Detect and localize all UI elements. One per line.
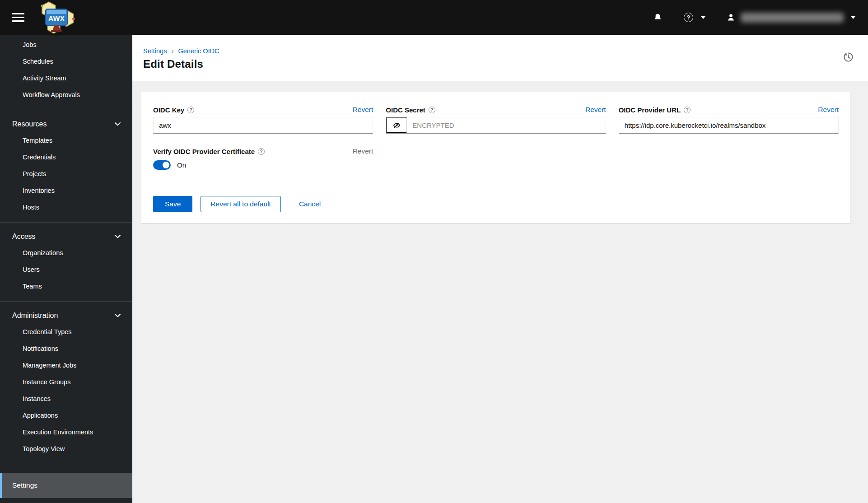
save-button[interactable]: Save <box>153 196 192 212</box>
nav-group-header-access[interactable]: Access <box>0 228 132 245</box>
awx-logo-text: AWX <box>48 15 65 23</box>
field-oidc-secret: OIDC Secret ? Revert <box>386 105 606 134</box>
notifications-button[interactable] <box>653 13 663 22</box>
oidc-provider-url-input[interactable] <box>619 117 839 134</box>
question-circle-icon[interactable]: ? <box>187 107 194 113</box>
sidebar-item-topology-view[interactable]: Topology View <box>0 441 132 457</box>
page-header: Settings › Generic OIDC Edit Details <box>132 35 868 81</box>
user-dropdown-toggle[interactable] <box>851 16 855 19</box>
username-redacted <box>741 13 844 23</box>
sidebar-item-organizations[interactable]: Organizations <box>0 245 132 261</box>
sidebar-item-execution-environments[interactable]: Execution Environments <box>0 424 132 441</box>
nav-toggle-button[interactable] <box>12 13 24 22</box>
hamburger-menu-icon <box>12 20 24 22</box>
question-circle-icon[interactable]: ? <box>429 107 435 113</box>
topbar: AWX ? <box>0 0 868 35</box>
question-circle-icon[interactable]: ? <box>258 148 265 155</box>
question-circle-icon[interactable]: ? <box>684 107 691 113</box>
chevron-down-icon <box>115 314 121 317</box>
sidebar-item-activity-stream[interactable]: Activity Stream <box>0 70 132 87</box>
sidebar-item-instances[interactable]: Instances <box>0 391 132 407</box>
settings-form: OIDC Key ? Revert OIDC Secret <box>153 105 839 170</box>
sidebar-item-schedules[interactable]: Schedules <box>0 53 132 70</box>
revert-all-to-default-button[interactable]: Revert all to default <box>201 196 281 212</box>
caret-down-icon <box>851 16 855 19</box>
oidc-secret-input-group <box>386 117 606 134</box>
help-button[interactable]: ? <box>684 13 693 22</box>
chevron-down-icon <box>115 235 121 238</box>
revert-certificate-button[interactable]: Revert <box>353 147 373 155</box>
nav-group-access: AccessOrganizationsUsersTeams <box>0 222 132 301</box>
revert-oidc-key-button[interactable]: Revert <box>353 106 373 114</box>
sidebar-item-settings[interactable]: Settings <box>0 473 132 498</box>
field-oidc-key: OIDC Key ? Revert <box>153 105 373 134</box>
sidebar-nav: JobsSchedulesActivity StreamWorkflow App… <box>0 35 132 503</box>
history-icon <box>842 51 854 63</box>
field-label: OIDC Provider URL ? <box>619 106 691 114</box>
nav-group-header-resources[interactable]: Resources <box>0 116 132 132</box>
certificate-toggle-row: On <box>153 160 373 170</box>
awx-logo-icon: AWX <box>34 0 77 34</box>
edit-details-card: OIDC Key ? Revert OIDC Secret <box>141 92 850 223</box>
main-layout: JobsSchedulesActivity StreamWorkflow App… <box>0 35 868 503</box>
nav-group-label: Resources <box>12 119 47 129</box>
sidebar-item-management-jobs[interactable]: Management Jobs <box>0 357 132 374</box>
breadcrumb-link-generic-oidc[interactable]: Generic OIDC <box>178 47 219 55</box>
cancel-button[interactable]: Cancel <box>294 196 325 212</box>
field-verify-oidc-provider-certificate: Verify OIDC Provider Certificate ? Rever… <box>153 147 373 170</box>
sidebar-item-workflow-approvals[interactable]: Workflow Approvals <box>0 87 132 103</box>
bell-icon <box>653 13 663 22</box>
revert-oidc-secret-button[interactable]: Revert <box>585 106 606 114</box>
sidebar-item-users[interactable]: Users <box>0 261 132 278</box>
caret-down-icon <box>701 16 705 19</box>
question-circle-icon: ? <box>684 13 693 22</box>
hamburger-menu-icon <box>12 17 24 19</box>
nav-group-header-administration[interactable]: Administration <box>0 307 132 324</box>
user-menu <box>726 13 855 23</box>
nav-group: JobsSchedulesActivity StreamWorkflow App… <box>0 35 132 110</box>
nav-group-resources: ResourcesTemplatesCredentialsProjectsInv… <box>0 110 132 222</box>
awx-app: AWX ? <box>0 0 868 503</box>
eye-slash-icon <box>392 121 401 130</box>
sidebar-item-credential-types[interactable]: Credential Types <box>0 324 132 340</box>
topbar-actions: ? <box>653 13 855 23</box>
revert-oidc-provider-url-button[interactable]: Revert <box>818 106 839 114</box>
sidebar-item-inventories[interactable]: Inventories <box>0 182 132 199</box>
help-dropdown-toggle[interactable] <box>701 16 705 19</box>
nav-group-administration: AdministrationCredential TypesNotificati… <box>0 301 132 464</box>
breadcrumb-separator: › <box>167 47 178 55</box>
sidebar-item-credentials[interactable]: Credentials <box>0 149 132 166</box>
nav-group: Settings <box>0 464 132 503</box>
nav-group-label: Administration <box>12 311 58 320</box>
verify-certificate-toggle[interactable] <box>153 160 171 170</box>
page-title: Edit Details <box>143 58 854 70</box>
nav-group-label: Access <box>12 232 36 241</box>
chevron-down-icon <box>115 122 121 126</box>
form-actions: Save Revert all to default Cancel <box>153 196 839 212</box>
sidebar-item-notifications[interactable]: Notifications <box>0 340 132 357</box>
help-menu: ? <box>684 13 705 22</box>
oidc-secret-input[interactable] <box>407 117 605 133</box>
breadcrumb-link-settings[interactable]: Settings <box>143 47 167 55</box>
toggle-knob <box>163 162 169 168</box>
sidebar-item-projects[interactable]: Projects <box>0 166 132 182</box>
awx-logo[interactable]: AWX <box>34 0 77 35</box>
sidebar-item-instance-groups[interactable]: Instance Groups <box>0 374 132 391</box>
view-activity-history-button[interactable] <box>842 51 854 65</box>
sidebar-item-jobs[interactable]: Jobs <box>0 37 132 53</box>
sidebar-item-applications[interactable]: Applications <box>0 407 132 424</box>
sidebar-item-teams[interactable]: Teams <box>0 278 132 295</box>
field-oidc-provider-url: OIDC Provider URL ? Revert <box>619 105 839 134</box>
content-area: Settings › Generic OIDC Edit Details <box>132 35 868 503</box>
oidc-key-input[interactable] <box>153 117 373 134</box>
field-label: OIDC Secret ? <box>386 106 435 114</box>
content-body: OIDC Key ? Revert OIDC Secret <box>132 81 868 503</box>
field-label: Verify OIDC Provider Certificate ? <box>153 148 265 155</box>
hamburger-menu-icon <box>12 13 24 15</box>
sidebar-item-hosts[interactable]: Hosts <box>0 199 132 216</box>
field-label: OIDC Key ? <box>153 106 194 114</box>
show-secret-toggle-button[interactable] <box>386 117 407 133</box>
user-icon <box>726 13 736 22</box>
sidebar-item-templates[interactable]: Templates <box>0 132 132 149</box>
toggle-state-label: On <box>177 161 186 169</box>
